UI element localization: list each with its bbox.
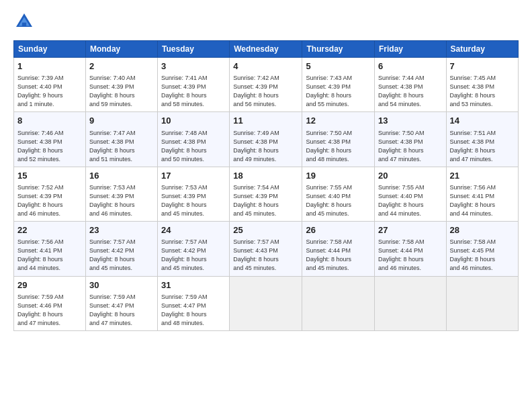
day-info: Sunrise: 7:57 AM Sunset: 4:42 PM Dayligh… bbox=[161, 238, 226, 273]
calendar-day-cell: 26Sunrise: 7:58 AM Sunset: 4:44 PM Dayli… bbox=[302, 222, 375, 276]
day-info: Sunrise: 7:49 AM Sunset: 4:38 PM Dayligh… bbox=[233, 129, 298, 164]
calendar-day-cell: 9Sunrise: 7:47 AM Sunset: 4:38 PM Daylig… bbox=[85, 112, 157, 167]
day-info: Sunrise: 7:56 AM Sunset: 4:41 PM Dayligh… bbox=[450, 183, 515, 218]
day-info: Sunrise: 7:43 AM Sunset: 4:39 PM Dayligh… bbox=[306, 74, 371, 109]
calendar-day-cell: 23Sunrise: 7:57 AM Sunset: 4:42 PM Dayli… bbox=[85, 222, 157, 276]
day-number: 11 bbox=[233, 115, 298, 127]
calendar-day-cell bbox=[230, 276, 302, 330]
day-info: Sunrise: 7:57 AM Sunset: 4:43 PM Dayligh… bbox=[233, 238, 298, 273]
day-info: Sunrise: 7:58 AM Sunset: 4:44 PM Dayligh… bbox=[306, 238, 371, 273]
day-info: Sunrise: 7:53 AM Sunset: 4:39 PM Dayligh… bbox=[161, 183, 226, 218]
calendar-day-cell: 5Sunrise: 7:43 AM Sunset: 4:39 PM Daylig… bbox=[302, 58, 375, 112]
day-info: Sunrise: 7:54 AM Sunset: 4:39 PM Dayligh… bbox=[233, 183, 298, 218]
day-number: 8 bbox=[17, 115, 82, 127]
day-number: 21 bbox=[450, 170, 515, 182]
calendar-week-row: 29Sunrise: 7:59 AM Sunset: 4:46 PM Dayli… bbox=[14, 276, 519, 330]
calendar-day-cell: 6Sunrise: 7:44 AM Sunset: 4:38 PM Daylig… bbox=[375, 58, 447, 112]
day-info: Sunrise: 7:59 AM Sunset: 4:47 PM Dayligh… bbox=[161, 293, 226, 328]
day-number: 24 bbox=[161, 224, 226, 236]
calendar-day-cell: 25Sunrise: 7:57 AM Sunset: 4:43 PM Dayli… bbox=[230, 222, 302, 276]
calendar-day-cell: 20Sunrise: 7:55 AM Sunset: 4:40 PM Dayli… bbox=[375, 167, 447, 221]
weekday-header: Wednesday bbox=[230, 41, 302, 58]
calendar-day-cell: 19Sunrise: 7:55 AM Sunset: 4:40 PM Dayli… bbox=[302, 167, 375, 221]
day-number: 6 bbox=[378, 60, 443, 73]
page-container: SundayMondayTuesdayWednesdayThursdayFrid… bbox=[0, 0, 532, 338]
day-info: Sunrise: 7:42 AM Sunset: 4:39 PM Dayligh… bbox=[233, 74, 298, 109]
day-number: 3 bbox=[161, 60, 226, 73]
svg-rect-2 bbox=[22, 23, 26, 27]
day-number: 13 bbox=[378, 115, 443, 127]
day-info: Sunrise: 7:44 AM Sunset: 4:38 PM Dayligh… bbox=[378, 74, 443, 109]
logo bbox=[13, 11, 36, 32]
header bbox=[13, 11, 519, 32]
calendar-day-cell: 11Sunrise: 7:49 AM Sunset: 4:38 PM Dayli… bbox=[230, 112, 302, 167]
day-number: 5 bbox=[306, 60, 371, 73]
day-info: Sunrise: 7:50 AM Sunset: 4:38 PM Dayligh… bbox=[306, 129, 371, 164]
calendar-day-cell: 14Sunrise: 7:51 AM Sunset: 4:38 PM Dayli… bbox=[446, 112, 518, 167]
day-info: Sunrise: 7:57 AM Sunset: 4:42 PM Dayligh… bbox=[89, 238, 154, 273]
weekday-header: Thursday bbox=[302, 41, 375, 58]
calendar-day-cell: 29Sunrise: 7:59 AM Sunset: 4:46 PM Dayli… bbox=[14, 276, 86, 330]
calendar-day-cell bbox=[375, 276, 447, 330]
day-info: Sunrise: 7:55 AM Sunset: 4:40 PM Dayligh… bbox=[378, 183, 443, 218]
day-number: 2 bbox=[89, 60, 154, 73]
day-number: 1 bbox=[17, 60, 82, 73]
calendar-day-cell: 4Sunrise: 7:42 AM Sunset: 4:39 PM Daylig… bbox=[230, 58, 302, 112]
day-number: 17 bbox=[161, 170, 226, 182]
day-number: 9 bbox=[89, 115, 154, 127]
day-number: 29 bbox=[17, 279, 82, 291]
day-number: 25 bbox=[233, 224, 298, 236]
day-number: 27 bbox=[378, 224, 443, 236]
day-info: Sunrise: 7:58 AM Sunset: 4:45 PM Dayligh… bbox=[450, 238, 515, 273]
day-number: 4 bbox=[233, 60, 298, 73]
calendar-day-cell: 27Sunrise: 7:58 AM Sunset: 4:44 PM Dayli… bbox=[375, 222, 447, 276]
weekday-header: Monday bbox=[85, 41, 157, 58]
day-info: Sunrise: 7:55 AM Sunset: 4:40 PM Dayligh… bbox=[306, 183, 371, 218]
day-number: 23 bbox=[89, 224, 154, 236]
day-info: Sunrise: 7:41 AM Sunset: 4:39 PM Dayligh… bbox=[161, 74, 226, 109]
day-number: 19 bbox=[306, 170, 371, 182]
calendar-day-cell: 18Sunrise: 7:54 AM Sunset: 4:39 PM Dayli… bbox=[230, 167, 302, 221]
day-info: Sunrise: 7:58 AM Sunset: 4:44 PM Dayligh… bbox=[378, 238, 443, 273]
calendar-table: SundayMondayTuesdayWednesdayThursdayFrid… bbox=[13, 40, 519, 331]
calendar-day-cell: 17Sunrise: 7:53 AM Sunset: 4:39 PM Dayli… bbox=[158, 167, 230, 221]
day-number: 16 bbox=[89, 170, 154, 182]
day-info: Sunrise: 7:59 AM Sunset: 4:47 PM Dayligh… bbox=[89, 293, 154, 328]
day-info: Sunrise: 7:46 AM Sunset: 4:38 PM Dayligh… bbox=[17, 129, 82, 164]
day-info: Sunrise: 7:59 AM Sunset: 4:46 PM Dayligh… bbox=[17, 293, 82, 328]
weekday-header: Friday bbox=[375, 41, 447, 58]
calendar-day-cell: 31Sunrise: 7:59 AM Sunset: 4:47 PM Dayli… bbox=[158, 276, 230, 330]
calendar-day-cell bbox=[446, 276, 518, 330]
calendar-week-row: 22Sunrise: 7:56 AM Sunset: 4:41 PM Dayli… bbox=[14, 222, 519, 276]
calendar-day-cell: 12Sunrise: 7:50 AM Sunset: 4:38 PM Dayli… bbox=[302, 112, 375, 167]
day-number: 15 bbox=[17, 170, 82, 182]
day-number: 7 bbox=[450, 60, 515, 73]
day-info: Sunrise: 7:45 AM Sunset: 4:38 PM Dayligh… bbox=[450, 74, 515, 109]
weekday-header-row: SundayMondayTuesdayWednesdayThursdayFrid… bbox=[14, 41, 519, 58]
day-number: 30 bbox=[89, 279, 154, 291]
calendar-day-cell: 24Sunrise: 7:57 AM Sunset: 4:42 PM Dayli… bbox=[158, 222, 230, 276]
day-number: 28 bbox=[450, 224, 515, 236]
day-info: Sunrise: 7:51 AM Sunset: 4:38 PM Dayligh… bbox=[450, 129, 515, 164]
calendar-day-cell: 7Sunrise: 7:45 AM Sunset: 4:38 PM Daylig… bbox=[446, 58, 518, 112]
calendar-day-cell: 15Sunrise: 7:52 AM Sunset: 4:39 PM Dayli… bbox=[14, 167, 86, 221]
calendar-day-cell: 13Sunrise: 7:50 AM Sunset: 4:38 PM Dayli… bbox=[375, 112, 447, 167]
day-info: Sunrise: 7:47 AM Sunset: 4:38 PM Dayligh… bbox=[89, 129, 154, 164]
calendar-week-row: 15Sunrise: 7:52 AM Sunset: 4:39 PM Dayli… bbox=[14, 167, 519, 221]
day-number: 26 bbox=[306, 224, 371, 236]
weekday-header: Sunday bbox=[14, 41, 86, 58]
day-info: Sunrise: 7:53 AM Sunset: 4:39 PM Dayligh… bbox=[89, 183, 154, 218]
day-info: Sunrise: 7:56 AM Sunset: 4:41 PM Dayligh… bbox=[17, 238, 82, 273]
day-number: 14 bbox=[450, 115, 515, 127]
day-number: 31 bbox=[161, 279, 226, 291]
calendar-day-cell: 2Sunrise: 7:40 AM Sunset: 4:39 PM Daylig… bbox=[85, 58, 157, 112]
day-info: Sunrise: 7:40 AM Sunset: 4:39 PM Dayligh… bbox=[89, 74, 154, 109]
day-info: Sunrise: 7:50 AM Sunset: 4:38 PM Dayligh… bbox=[378, 129, 443, 164]
calendar-day-cell: 3Sunrise: 7:41 AM Sunset: 4:39 PM Daylig… bbox=[158, 58, 230, 112]
logo-icon bbox=[13, 11, 35, 32]
calendar-week-row: 1Sunrise: 7:39 AM Sunset: 4:40 PM Daylig… bbox=[14, 58, 519, 112]
day-number: 12 bbox=[306, 115, 371, 127]
weekday-header: Saturday bbox=[446, 41, 518, 58]
day-info: Sunrise: 7:39 AM Sunset: 4:40 PM Dayligh… bbox=[17, 74, 82, 109]
calendar-day-cell: 8Sunrise: 7:46 AM Sunset: 4:38 PM Daylig… bbox=[14, 112, 86, 167]
